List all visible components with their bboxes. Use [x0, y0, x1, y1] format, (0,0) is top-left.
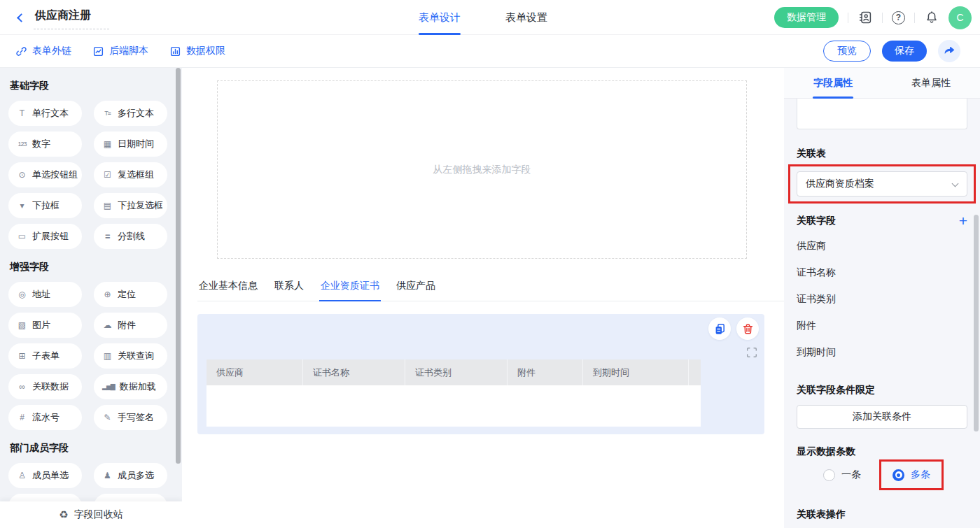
form-title[interactable]: 供应商注册 [34, 8, 109, 29]
column-header-cert-name: 证书名称 [302, 359, 405, 385]
field-label: 下拉框 [32, 199, 59, 212]
header-tabs: 表单设计 表单设置 [419, 0, 547, 35]
field-attachment[interactable]: ☁附件 [94, 313, 167, 338]
bar-chart-icon: ▂▅▇ [102, 384, 115, 390]
recycle-bin-label: 字段回收站 [74, 508, 123, 521]
add-condition-button[interactable]: 添加关联条件 [797, 405, 967, 429]
field-recycle-bin[interactable]: ♻ 字段回收站 [0, 501, 182, 528]
form-toolbar: 表单外链 后端脚本 数据权限 预览 保存 [0, 35, 980, 68]
related-table-value: 供应商资质档案 [806, 178, 874, 190]
trash-icon [741, 322, 755, 336]
chevron-down-icon [952, 180, 959, 187]
section-title-enhanced-fields: 增强字段 [10, 261, 182, 273]
radio-unselected-icon [823, 469, 835, 481]
form-canvas: 从左侧拖拽来添加字段 企业基本信息 联系人 企业资质证书 供应产品 [182, 68, 784, 528]
condition-limit-label: 关联字段条件限定 [797, 384, 967, 397]
expand-icon[interactable] [746, 346, 758, 359]
toolbar-actions: 预览 保存 [823, 40, 960, 62]
tab-contact-person[interactable]: 联系人 [273, 280, 305, 301]
separator [882, 13, 883, 23]
crosshair-icon: ⊕ [102, 290, 113, 299]
help-icon[interactable]: ? [892, 11, 905, 24]
truncated-input-box[interactable] [797, 99, 967, 129]
image-icon: ▧ [17, 321, 27, 329]
top-header: 供应商注册 表单设计 表单设置 数据管理 ? [0, 0, 980, 35]
backend-script-link[interactable]: 后端脚本 [92, 45, 148, 57]
field-label: 子表单 [32, 350, 59, 362]
panel-scrollbar[interactable] [974, 215, 979, 431]
canvas-tab-bar: 企业基本信息 联系人 企业资质证书 供应产品 [197, 280, 784, 301]
form-external-link[interactable]: 表单外链 [15, 45, 71, 57]
related-field-item[interactable]: 供应商 [797, 240, 967, 252]
annotation-box-multiple: 多条 [879, 459, 944, 490]
people-icon: ♟ [102, 471, 113, 480]
field-link-data[interactable]: ∞关联数据 [8, 374, 82, 399]
tab-field-properties[interactable]: 字段属性 [784, 68, 882, 98]
field-member-single[interactable]: ♙成员单选 [8, 463, 82, 488]
field-label: 成员单选 [32, 469, 69, 482]
column-header-supplier: 供应商 [206, 359, 302, 385]
copy-widget-button[interactable] [708, 317, 731, 340]
enhanced-fields-grid: ◎地址 ⊕定位 ▧图片 ☁附件 ⊞子表单 ▥关联查询 ∞关联数据 ▂▅▇数据加载… [0, 282, 182, 430]
field-checkbox-group[interactable]: ☑复选框组 [94, 162, 167, 187]
person-icon: ♙ [17, 471, 27, 480]
radio-option-single[interactable]: 一条 [823, 469, 861, 481]
field-data-load[interactable]: ▂▅▇数据加载 [94, 374, 167, 399]
table-header-row: 供应商 证书名称 证书类别 附件 到期时间 [206, 359, 701, 385]
calendar-icon: ▦ [102, 140, 113, 148]
field-serial-number[interactable]: #流水号 [8, 405, 82, 430]
script-icon [92, 45, 104, 57]
field-signature[interactable]: ✎手写签名 [94, 405, 167, 430]
annotation-box-related-table: 供应商资质档案 [788, 164, 976, 204]
preview-button[interactable]: 预览 [823, 41, 871, 62]
back-button[interactable] [15, 12, 27, 23]
tab-company-basic-info[interactable]: 企业基本信息 [197, 280, 259, 301]
field-subform[interactable]: ⊞子表单 [8, 343, 82, 369]
location-pin-icon: ◎ [17, 290, 27, 299]
field-number[interactable]: 123数字 [8, 131, 82, 157]
related-field-item[interactable]: 附件 [797, 320, 967, 332]
radio-icon: ⊙ [17, 171, 27, 179]
field-location[interactable]: ⊕定位 [94, 282, 167, 307]
save-button[interactable]: 保存 [882, 41, 927, 62]
field-datetime[interactable]: ▦日期时间 [94, 131, 167, 157]
tab-form-design[interactable]: 表单设计 [419, 0, 461, 35]
display-count-radio-group: 一条 多条 [797, 459, 967, 490]
tab-form-properties[interactable]: 表单属性 [882, 68, 980, 98]
related-table-select[interactable]: 供应商资质档案 [797, 171, 967, 197]
field-single-text[interactable]: T单行文本 [8, 101, 82, 126]
sidebar-scrollbar[interactable] [176, 68, 181, 464]
field-label: 成员多选 [118, 469, 154, 482]
tab-company-qualification[interactable]: 企业资质证书 [319, 280, 381, 301]
separator [914, 13, 915, 23]
contacts-icon[interactable] [858, 10, 873, 25]
field-image[interactable]: ▧图片 [8, 313, 82, 338]
add-field-plus-icon[interactable]: + [959, 215, 967, 227]
related-field-item[interactable]: 到期时间 [797, 346, 967, 359]
field-multi-text[interactable]: T≡多行文本 [94, 101, 167, 126]
tab-supply-products[interactable]: 供应产品 [395, 280, 437, 301]
field-member-multi[interactable]: ♟成员多选 [94, 463, 167, 488]
field-address[interactable]: ◎地址 [8, 282, 82, 307]
related-field-item[interactable]: 证书名称 [797, 266, 967, 279]
related-field-item[interactable]: 证书类别 [797, 293, 967, 306]
data-manage-button[interactable]: 数据管理 [774, 7, 839, 28]
drop-zone[interactable]: 从左侧拖拽来添加字段 [217, 80, 747, 259]
tab-form-settings[interactable]: 表单设置 [505, 0, 547, 35]
linked-data-table-widget[interactable]: 供应商 证书名称 证书类别 附件 到期时间 [197, 314, 764, 434]
field-link-query[interactable]: ▥关联查询 [94, 343, 167, 369]
field-select[interactable]: ▾下拉框 [8, 193, 82, 218]
field-radio-group[interactable]: ⊙单选按钮组 [8, 162, 82, 187]
related-fields-header: 关联字段 + [797, 215, 967, 227]
tool-link-label: 数据权限 [186, 45, 225, 57]
basic-fields-grid: T单行文本 T≡多行文本 123数字 ▦日期时间 ⊙单选按钮组 ☑复选框组 ▾下… [0, 101, 182, 249]
user-avatar[interactable]: C [948, 6, 972, 29]
field-multi-select[interactable]: ▤下拉复选框 [94, 193, 167, 218]
data-permission-link[interactable]: 数据权限 [169, 45, 225, 57]
notification-bell-icon[interactable] [924, 10, 939, 25]
delete-widget-button[interactable] [736, 317, 759, 340]
field-extend-button[interactable]: ▭扩展按钮 [8, 224, 82, 249]
field-divider[interactable]: 〓分割线 [94, 224, 167, 249]
radio-option-multiple[interactable]: 多条 [892, 469, 930, 481]
publish-share-button[interactable] [938, 40, 960, 62]
